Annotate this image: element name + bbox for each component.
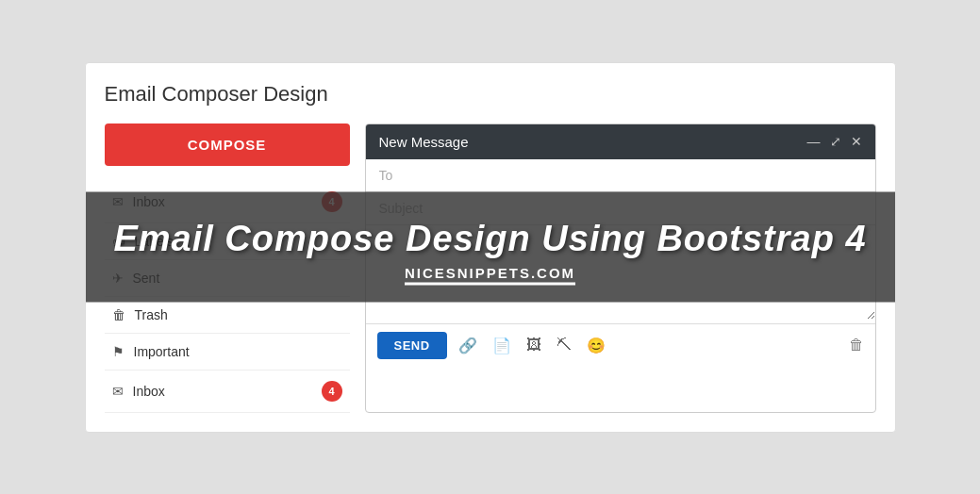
to-input[interactable]	[379, 168, 862, 183]
body-textarea[interactable]	[366, 225, 875, 320]
to-field-row	[366, 159, 875, 192]
composer-header: New Message — ⤢ ✕	[366, 124, 875, 159]
sidebar-item-sent[interactable]: ✈ Sent	[105, 260, 350, 297]
sidebar-item-important[interactable]: ⚑ Important	[105, 334, 350, 370]
labels-label: Labels	[135, 234, 174, 249]
sidebar: COMPOSE ✉ Inbox 4 🏷 Labels ✈ Sent 🗑 Tras…	[105, 124, 350, 413]
sidebar-item-inbox2[interactable]: ✉ Inbox 4	[105, 370, 350, 413]
card-title: Email Composer Design	[105, 82, 876, 107]
close-button[interactable]: ✕	[851, 134, 862, 149]
inbox-icon: ✉	[112, 194, 124, 209]
minimize-button[interactable]: —	[807, 134, 821, 149]
composer-footer: SEND 🔗 📄 🖼 ⛏ 😊 🗑	[366, 323, 875, 367]
compose-button[interactable]: COMPOSE	[105, 124, 350, 166]
inbox2-icon: ✉	[112, 384, 124, 399]
inbox2-label: Inbox	[133, 384, 165, 399]
link-icon[interactable]: 🔗	[455, 333, 481, 358]
image-icon[interactable]: 🖼	[523, 333, 545, 357]
subject-field-row	[366, 192, 875, 225]
sent-icon: ✈	[112, 271, 124, 286]
inbox2-badge: 4	[322, 381, 342, 402]
inbox-label: Inbox	[133, 194, 165, 209]
sidebar-item-trash[interactable]: 🗑 Trash	[105, 297, 350, 334]
sidebar-item-inbox[interactable]: ✉ Inbox 4	[105, 181, 350, 223]
trash-label: Trash	[135, 307, 168, 322]
send-button[interactable]: SEND	[377, 332, 447, 359]
chain-icon[interactable]: ⛏	[553, 333, 575, 357]
important-label: Important	[134, 344, 190, 359]
composer-header-title: New Message	[379, 134, 469, 150]
labels-icon: 🏷	[112, 234, 125, 249]
main-layout: COMPOSE ✉ Inbox 4 🏷 Labels ✈ Sent 🗑 Tras…	[105, 124, 876, 413]
sidebar-item-labels[interactable]: 🏷 Labels	[105, 223, 350, 260]
composer-header-actions: — ⤢ ✕	[807, 134, 862, 149]
composer-body	[366, 225, 875, 323]
trash-icon: 🗑	[112, 307, 125, 322]
sent-label: Sent	[133, 271, 160, 286]
file-icon[interactable]: 📄	[489, 333, 515, 358]
inbox-badge: 4	[322, 191, 342, 212]
important-icon: ⚑	[112, 344, 125, 359]
delete-icon[interactable]: 🗑	[849, 337, 864, 354]
subject-input[interactable]	[379, 201, 862, 216]
main-card: Email Composer Design COMPOSE ✉ Inbox 4 …	[85, 62, 896, 433]
composer-panel: New Message — ⤢ ✕ SEND 🔗 📄 🖼	[365, 124, 876, 413]
emoji-icon[interactable]: 😊	[583, 333, 609, 358]
maximize-button[interactable]: ⤢	[830, 134, 841, 149]
